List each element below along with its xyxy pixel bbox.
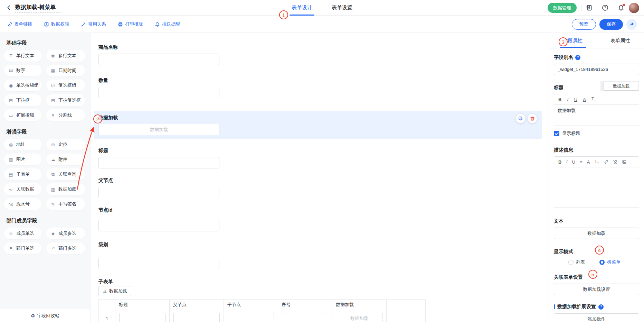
sidebar-item-dept-single[interactable]: ⚑部门单选 xyxy=(4,242,41,254)
selected-field-data-load[interactable]: 数据加载 数据加载 xyxy=(94,111,542,139)
show-title-checkbox[interactable] xyxy=(554,131,559,136)
sidebar-item-image[interactable]: ▧图片 xyxy=(4,154,41,165)
field-title[interactable]: 标题 xyxy=(98,148,549,168)
tab-field-properties[interactable]: 字段属性 xyxy=(549,33,597,48)
link-icon[interactable] xyxy=(603,159,608,164)
title-lang-tab[interactable]: 数据加载 xyxy=(604,82,638,90)
field-node-id[interactable]: 节点id xyxy=(98,207,549,231)
sidebar-item-number[interactable]: 123数字 xyxy=(4,65,41,76)
tab-form-settings[interactable]: 表单设置 xyxy=(332,0,352,16)
sidebar-item-member-single[interactable]: ☺成员单选 xyxy=(4,228,41,239)
subform-parent-node-input[interactable] xyxy=(173,313,220,322)
description-editor-content[interactable] xyxy=(554,167,639,208)
alias-help-icon[interactable] xyxy=(575,55,580,60)
image-icon[interactable] xyxy=(622,159,627,164)
text-value-button[interactable]: 数据加载 xyxy=(554,228,639,239)
display-mode-tree-option[interactable]: 树菜单 xyxy=(599,259,621,265)
quantity-input[interactable] xyxy=(98,87,219,98)
sidebar-item-attachment[interactable]: ☁附件 xyxy=(46,154,85,165)
display-mode-list-option[interactable]: 列表 xyxy=(568,259,585,265)
help-icon[interactable]: ? xyxy=(602,4,608,11)
display-mode-options: 列表 树菜单 xyxy=(554,259,639,265)
sidebar-item-multi-line-text[interactable]: ≣多行文本 xyxy=(46,50,85,62)
enhanced-fields-grid: ◎地址 ⊕定位 ▧图片 ☁附件 ▤子表单 ⧉关联查询 ∞关联数据 ▥数据加载 №… xyxy=(4,139,86,210)
italic-icon[interactable]: I xyxy=(566,159,567,165)
subform-child-node-input[interactable] xyxy=(228,313,274,322)
field-parent-node[interactable]: 父节点 xyxy=(98,177,549,198)
user-avatar[interactable] xyxy=(629,3,639,13)
copy-field-button[interactable] xyxy=(516,114,525,123)
italic-icon[interactable]: I xyxy=(567,96,568,102)
preview-button[interactable]: 预览 xyxy=(572,19,596,30)
sidebar-item-data-load[interactable]: ▥数据加载 xyxy=(46,183,85,195)
field-product-name[interactable]: 商品名称 xyxy=(98,44,549,65)
data-manage-button[interactable]: 数据管理 xyxy=(548,3,577,13)
back-icon[interactable] xyxy=(6,4,12,11)
sidebar-item-location[interactable]: ⊕定位 xyxy=(46,139,85,150)
print-template-button[interactable]: 打印模版 xyxy=(118,21,143,27)
title-editor-content[interactable]: 数据加载 xyxy=(554,105,639,126)
font-color-icon[interactable]: A xyxy=(583,97,586,102)
reference-relation-button[interactable]: 引用关系 xyxy=(81,21,106,27)
product-name-input[interactable] xyxy=(98,54,219,65)
sidebar-item-single-line-text[interactable]: T单行文本 xyxy=(4,50,41,62)
add-action-button[interactable]: 添加操作 xyxy=(554,313,639,322)
sidebar-item-signature[interactable]: ✎手写签名 xyxy=(46,198,85,210)
address-book-icon[interactable] xyxy=(586,4,593,11)
field-level[interactable]: 级别 xyxy=(98,242,549,269)
notification-bell-icon[interactable] xyxy=(618,4,624,11)
align-icon[interactable]: ≡ xyxy=(580,159,583,165)
sidebar-item-datetime[interactable]: ▦日期时间 xyxy=(46,65,85,76)
form-link-button[interactable]: 表单链接 xyxy=(7,21,32,27)
sidebar-item-divider[interactable]: ≡分割线 xyxy=(46,109,85,121)
data-load-placeholder-button[interactable]: 数据加载 xyxy=(98,124,219,135)
delete-field-button[interactable] xyxy=(528,114,537,123)
tab-form-design[interactable]: 表单设计 xyxy=(292,0,312,16)
sidebar-item-address[interactable]: ◎地址 xyxy=(4,139,41,150)
sidebar-item-serial-number[interactable]: №流水号 xyxy=(4,198,41,210)
subform-序号-input[interactable] xyxy=(282,313,328,322)
bold-icon[interactable]: B xyxy=(558,159,561,165)
sidebar-item-multi-select[interactable]: ⊞下拉复选框 xyxy=(46,94,85,106)
alias-input[interactable] xyxy=(554,64,639,75)
subform-data-load-cell-button[interactable]: 数据加载 xyxy=(336,313,383,322)
sidebar-item-member-multi[interactable]: ☻成员多选 xyxy=(46,228,85,239)
sidebar-item-relation-data[interactable]: ∞关联数据 xyxy=(4,183,41,195)
properties-panel: 字段属性 表单属性 字段别名 标题 数据加载 B I U A T 数据加载 xyxy=(549,33,644,322)
save-button[interactable]: 保存 xyxy=(599,19,623,30)
push-reminder-button[interactable]: 推送提醒 xyxy=(155,21,180,27)
tab-form-properties[interactable]: 表单属性 xyxy=(597,33,644,48)
subform-title-input[interactable] xyxy=(119,313,165,322)
sidebar-item-subform[interactable]: ▤子表单 xyxy=(4,168,41,180)
subform-data-load-button[interactable]: 数据加载 xyxy=(98,286,131,296)
sidebar-item-dept-multi[interactable]: ⚐部门多选 xyxy=(46,242,85,254)
show-title-checkbox-row[interactable]: 显示标题 xyxy=(554,130,639,137)
field-subform[interactable]: 子表单 数据加载 标题 父节点 子节点 序号 数据加载 1 xyxy=(98,279,549,322)
data-load-settings-button[interactable]: 数据加载设置 xyxy=(554,284,639,295)
node-id-input[interactable] xyxy=(98,220,219,231)
toolbar-actions: 预览 保存 xyxy=(572,19,637,30)
radio-unselected-icon[interactable] xyxy=(568,260,574,265)
checkbox-group-icon: ☑ xyxy=(50,83,56,88)
bold-icon[interactable]: B xyxy=(558,97,561,102)
field-quantity[interactable]: 数量 xyxy=(98,77,549,98)
unlink-icon[interactable] xyxy=(613,159,617,164)
underline-icon[interactable]: U xyxy=(574,97,577,102)
data-permission-button[interactable]: 数据权限 xyxy=(44,21,69,27)
level-input[interactable] xyxy=(98,258,219,269)
parent-node-input[interactable] xyxy=(98,187,219,198)
sidebar-item-checkbox-group[interactable]: ☑复选框组 xyxy=(46,80,85,91)
sidebar-item-relation-query[interactable]: ⧉关联查询 xyxy=(46,168,85,180)
font-size-icon[interactable]: T xyxy=(591,96,596,102)
field-recycle-bin[interactable]: ♻ 字段回收站 xyxy=(0,309,90,322)
title-input[interactable] xyxy=(98,157,219,168)
sidebar-item-extend-button[interactable]: ▭扩展按钮 xyxy=(4,109,41,121)
font-color-icon[interactable]: A xyxy=(587,159,590,165)
radio-selected-icon[interactable] xyxy=(599,260,605,265)
font-size-icon[interactable]: T xyxy=(594,159,599,165)
extension-help-icon[interactable] xyxy=(598,304,604,310)
sidebar-item-select[interactable]: ⊟下拉框 xyxy=(4,94,41,106)
sidebar-item-radio-group[interactable]: ◉单选按钮组 xyxy=(4,80,41,91)
share-button[interactable] xyxy=(626,19,637,30)
underline-icon[interactable]: U xyxy=(572,159,575,165)
